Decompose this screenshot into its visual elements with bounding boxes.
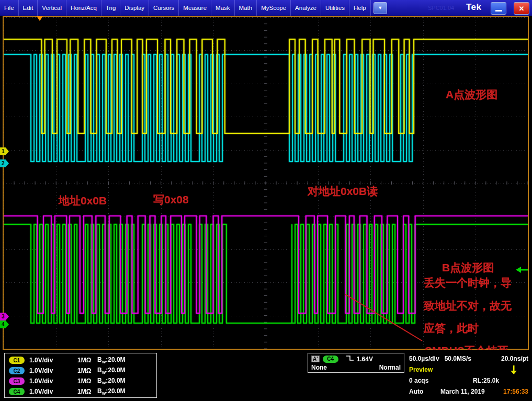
minimize-icon [495, 10, 502, 12]
menu-item-trig[interactable]: Trig [101, 0, 120, 16]
falling-edge-icon [346, 354, 354, 363]
channel-bandwidth: BW:20.0M [97, 387, 126, 396]
annotation-text-8: 应答，此时 [424, 321, 479, 336]
close-icon: ✕ [519, 5, 525, 13]
channel-bandwidth: BW:20.0M [97, 366, 126, 375]
menu-item-vertical[interactable]: Vertical [38, 0, 66, 16]
menu-item-analyze[interactable]: Analyze [291, 0, 321, 16]
menu-item-myscope[interactable]: MyScope [257, 0, 291, 16]
minimize-button[interactable] [491, 2, 506, 15]
trigger-type: Normal [379, 364, 401, 371]
tek-logo: Tek [466, 2, 482, 13]
reference-arrow-icon [516, 266, 528, 276]
annotation-text-2: 地址0x0B [59, 193, 107, 208]
menu-item-mask[interactable]: Mask [211, 0, 234, 16]
channel-readout-c1[interactable]: C11.0V/div1MΩBW:20.0M [9, 355, 156, 365]
channel-readout-box: C11.0V/div1MΩBW:20.0MC21.0V/div1MΩBW:20.… [4, 353, 157, 398]
calibration-status-label: SPC01.04 [428, 5, 454, 11]
trigger-level: 1.64V [357, 356, 373, 363]
acquisition-count: 0 acqs [409, 377, 428, 384]
readout-area: C11.0V/div1MΩBW:20.0MC21.0V/div1MΩBW:20.… [0, 350, 532, 401]
channel-scale: 1.0V/div [29, 367, 77, 374]
channel-bandwidth: BW:20.0M [97, 356, 126, 364]
record-length: RL:25.0k [473, 377, 528, 384]
channel-impedance: 1MΩ [77, 367, 97, 374]
menu-item-file[interactable]: File [0, 0, 19, 16]
chevron-down-icon: ▼ [378, 5, 382, 10]
menu-item-math[interactable]: Math [235, 0, 257, 16]
menu-item-horiz-acq[interactable]: Horiz/Acq [66, 0, 101, 16]
resolution: 20.0ns/pt [501, 355, 528, 362]
channel-scale: 1.0V/div [29, 388, 77, 395]
annotation-text-3: 写0x08 [153, 192, 189, 207]
horizontal-scale: 50.0µs/div [409, 355, 439, 362]
channel-readout-c3[interactable]: C31.0V/div1MΩBW:20.0M [9, 376, 156, 386]
annotation-text-4: 对地址0x0B读 [308, 184, 378, 199]
menu-bar-items: FileEditVerticalHoriz/AcqTrigDisplayCurs… [0, 0, 371, 16]
trigger-channel-badge: C4 [323, 356, 338, 363]
channel-badge-c4: C4 [9, 388, 25, 395]
channel-scale: 1.0V/div [29, 377, 77, 385]
channel-readout-c2[interactable]: C21.0V/div1MΩBW:20.0M [9, 365, 156, 376]
trigger-position-marker[interactable] [37, 16, 43, 21]
menu-item-help[interactable]: Help [349, 0, 371, 16]
trigger-mode: None [311, 364, 327, 371]
menu-dropdown-button[interactable]: ▼ [373, 2, 387, 14]
channel-scale: 1.0V/div [29, 357, 77, 364]
menu-item-utilities[interactable]: Utilities [321, 0, 349, 16]
annotation-text-7: 致地址不对，故无 [424, 299, 512, 313]
sample-rate: 50.0MS/s [445, 355, 471, 362]
menu-item-measure[interactable]: Measure [179, 0, 211, 16]
channel-impedance: 1MΩ [77, 357, 97, 364]
menu-bar: FileEditVerticalHoriz/AcqTrigDisplayCurs… [0, 0, 532, 16]
menu-item-display[interactable]: Display [120, 0, 149, 16]
trigger-readout-box[interactable]: A' C4 1.64V None Normal [308, 353, 404, 373]
channel-badge-c3: C3 [9, 377, 25, 385]
channel-readout-c4[interactable]: C41.0V/div1MΩBW:20.0M [9, 386, 156, 397]
channel-impedance: 1MΩ [77, 377, 97, 385]
scroll-down-arrow-icon[interactable] [511, 365, 517, 376]
date-label: March 11, 2019 [440, 388, 485, 395]
channel-badge-c2: C2 [9, 367, 25, 374]
annotation-text-6: 丢失一个时钟，导 [424, 276, 512, 290]
channel-bandwidth: BW:20.0M [97, 377, 126, 385]
preview-status: Preview [409, 366, 433, 373]
annotation-text-1: A点波形图 [446, 87, 497, 102]
time-label: 17:56:33 [503, 388, 528, 395]
acquisition-mode: Auto [409, 388, 440, 395]
horizontal-readout-block: 50.0µs/div 50.0MS/s 20.0ns/pt Preview 0 … [409, 353, 528, 397]
oscilloscope-screen: FileEditVerticalHoriz/AcqTrigDisplayCurs… [0, 0, 532, 401]
channel-badge-c1: C1 [9, 357, 25, 364]
menu-item-edit[interactable]: Edit [19, 0, 38, 16]
close-button[interactable]: ✕ [514, 2, 529, 15]
trigger-source-badge: A' [311, 356, 320, 362]
menu-item-cursors[interactable]: Cursors [149, 0, 179, 16]
annotation-text-5: B点波形图 [442, 260, 494, 275]
channel-impedance: 1MΩ [77, 388, 97, 395]
